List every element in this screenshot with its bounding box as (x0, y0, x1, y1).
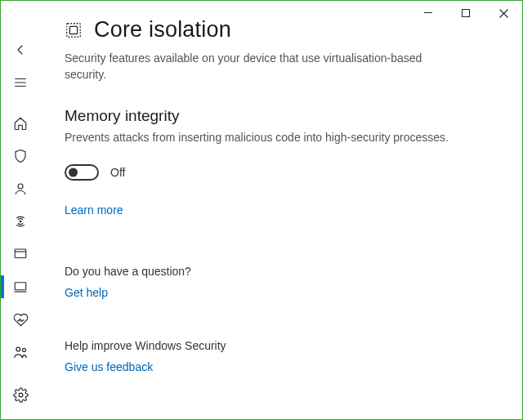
menu-button[interactable] (1, 66, 40, 99)
get-help-link[interactable]: Get help (65, 286, 108, 299)
sidebar-item-firewall[interactable] (1, 205, 40, 238)
back-button[interactable] (1, 34, 40, 66)
sidebar-item-settings[interactable] (1, 378, 40, 411)
main-content: Core isolation Security features availab… (65, 17, 506, 419)
sidebar-item-performance[interactable] (1, 303, 40, 336)
page-title: Core isolation (94, 17, 231, 42)
svg-point-7 (19, 393, 23, 397)
svg-point-6 (22, 348, 25, 351)
memory-integrity-title: Memory integrity (65, 107, 506, 125)
svg-point-2 (20, 221, 21, 222)
maximize-button[interactable] (447, 1, 485, 25)
learn-more-link[interactable]: Learn more (65, 203, 123, 217)
svg-rect-4 (15, 283, 26, 290)
svg-rect-8 (69, 26, 77, 34)
minimize-button[interactable] (409, 1, 447, 25)
question-title: Do you have a question? (65, 265, 506, 278)
window-titlebar (409, 1, 522, 25)
memory-integrity-toggle[interactable] (65, 164, 99, 181)
toggle-knob (69, 168, 78, 176)
sidebar-item-account[interactable] (1, 172, 40, 205)
improve-title: Help improve Windows Security (65, 339, 506, 352)
svg-rect-0 (463, 10, 470, 17)
sidebar-item-app[interactable] (1, 238, 40, 270)
svg-rect-3 (15, 249, 26, 258)
sidebar-item-device-security[interactable] (1, 270, 40, 303)
svg-point-1 (18, 184, 23, 189)
sidebar (1, 1, 40, 419)
core-isolation-icon (65, 21, 83, 39)
memory-integrity-description: Prevents attacks from inserting maliciou… (65, 130, 457, 146)
toggle-state-label: Off (110, 166, 125, 179)
page-description: Security features available on your devi… (65, 51, 457, 83)
svg-point-5 (16, 347, 20, 351)
sidebar-item-family[interactable] (1, 336, 40, 369)
give-feedback-link[interactable]: Give us feedback (65, 360, 153, 373)
close-button[interactable] (485, 1, 522, 25)
sidebar-item-virus[interactable] (1, 140, 40, 172)
sidebar-item-home[interactable] (1, 107, 40, 140)
svg-rect-9 (67, 23, 81, 37)
